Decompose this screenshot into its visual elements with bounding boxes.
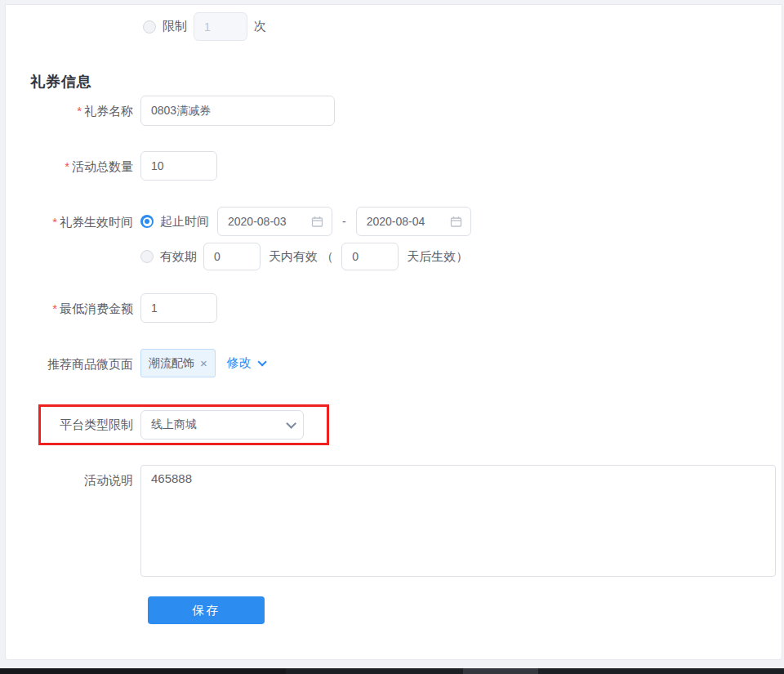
- min-amount-label: *最低消费金额: [6, 293, 140, 324]
- start-date-value: 2020-08-03: [228, 215, 311, 228]
- limit-suffix-label: 次: [254, 19, 266, 34]
- bottom-bar-scroll-segment[interactable]: [463, 668, 538, 674]
- calendar-icon: [311, 216, 323, 228]
- min-amount-row: *最低消费金额: [6, 293, 782, 324]
- bottom-bar-dark-segment: [0, 668, 286, 674]
- modify-link[interactable]: 修改: [227, 355, 264, 371]
- description-textarea[interactable]: 465888: [140, 465, 776, 577]
- red-annotation-box: 平台类型限制 线上商城: [38, 404, 329, 445]
- save-button[interactable]: 保存: [148, 596, 265, 624]
- delay-days-input[interactable]: [341, 243, 399, 270]
- start-date-picker[interactable]: 2020-08-03: [217, 207, 332, 236]
- micro-page-tag: 潮流配饰 ×: [140, 349, 216, 377]
- micro-page-row: 推荐商品微页面 潮流配饰 × 修改: [6, 349, 782, 379]
- description-row: 活动说明 465888: [6, 465, 782, 577]
- micro-page-tag-text: 潮流配饰: [149, 356, 194, 371]
- usage-limit-row: 限制 次: [6, 11, 782, 42]
- limit-radio-button[interactable]: [143, 20, 156, 33]
- valid-days-text: 天内有效 （: [269, 249, 333, 265]
- total-quantity-input[interactable]: [140, 151, 217, 181]
- valid-days-input[interactable]: [203, 243, 261, 270]
- min-amount-input[interactable]: [140, 293, 217, 323]
- date-range-separator: -: [342, 215, 346, 228]
- coupon-name-label: *礼券名称: [6, 96, 140, 126]
- delay-days-text: 天后生效）: [407, 249, 468, 265]
- end-date-value: 2020-08-04: [367, 215, 450, 228]
- validity-radio-button[interactable]: [140, 250, 154, 263]
- coupon-name-row: *礼券名称: [6, 96, 782, 126]
- content-panel: 限制 次 礼券信息 *礼券名称 *活动总数量 *礼券生效时间 起止时间 2020…: [5, 4, 782, 660]
- date-range-option-line: 起止时间 2020-08-03 - 2020-08-04: [140, 207, 476, 236]
- chevron-down-icon: [257, 357, 266, 366]
- platform-select[interactable]: 线上商城: [140, 410, 304, 440]
- calendar-icon: [450, 216, 462, 228]
- end-date-picker[interactable]: 2020-08-04: [356, 207, 471, 236]
- platform-select-value: 线上商城: [151, 417, 286, 432]
- platform-row: 平台类型限制 线上商城: [6, 404, 782, 445]
- micro-page-label: 推荐商品微页面: [6, 349, 140, 379]
- bottom-bar: [0, 668, 784, 674]
- required-mark: *: [52, 215, 57, 229]
- limit-radio-label: 限制: [163, 19, 187, 34]
- effective-time-label: *礼券生效时间: [6, 207, 140, 237]
- tag-close-icon[interactable]: ×: [200, 356, 207, 370]
- chevron-down-icon: [286, 418, 296, 429]
- date-range-radio-label: 起止时间: [160, 214, 209, 230]
- platform-label: 平台类型限制: [41, 410, 140, 440]
- coupon-name-input[interactable]: [140, 96, 335, 126]
- required-mark: *: [77, 104, 82, 118]
- validity-radio-label: 有效期: [160, 249, 197, 265]
- required-mark: *: [65, 159, 69, 173]
- date-range-radio-button[interactable]: [140, 215, 154, 228]
- description-label: 活动说明: [6, 465, 140, 495]
- validity-option-line: 有效期 天内有效 （ 天后生效）: [140, 243, 476, 270]
- effective-time-row: *礼券生效时间 起止时间 2020-08-03 -: [6, 207, 782, 270]
- limit-count-input[interactable]: [194, 12, 247, 41]
- section-title: 礼券信息: [30, 72, 782, 92]
- total-quantity-row: *活动总数量: [6, 151, 782, 181]
- required-mark: *: [52, 301, 57, 315]
- total-quantity-label: *活动总数量: [6, 151, 140, 181]
